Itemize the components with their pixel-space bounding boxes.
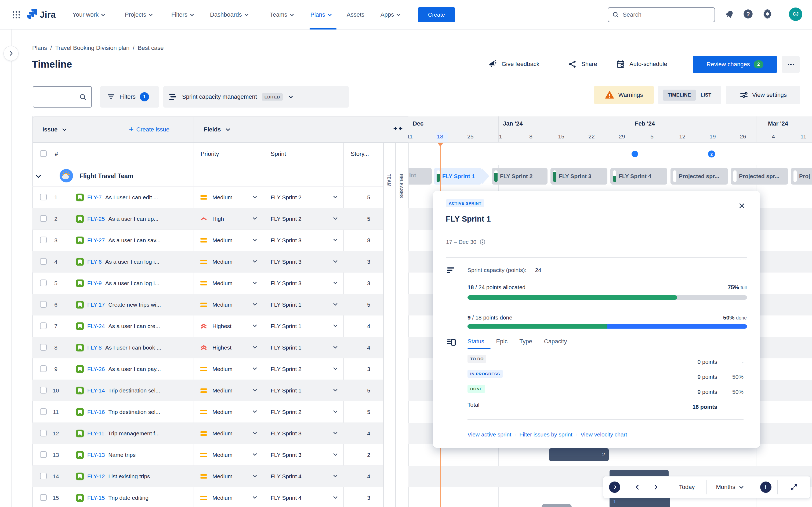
svg-text:?: ? [746,11,750,17]
